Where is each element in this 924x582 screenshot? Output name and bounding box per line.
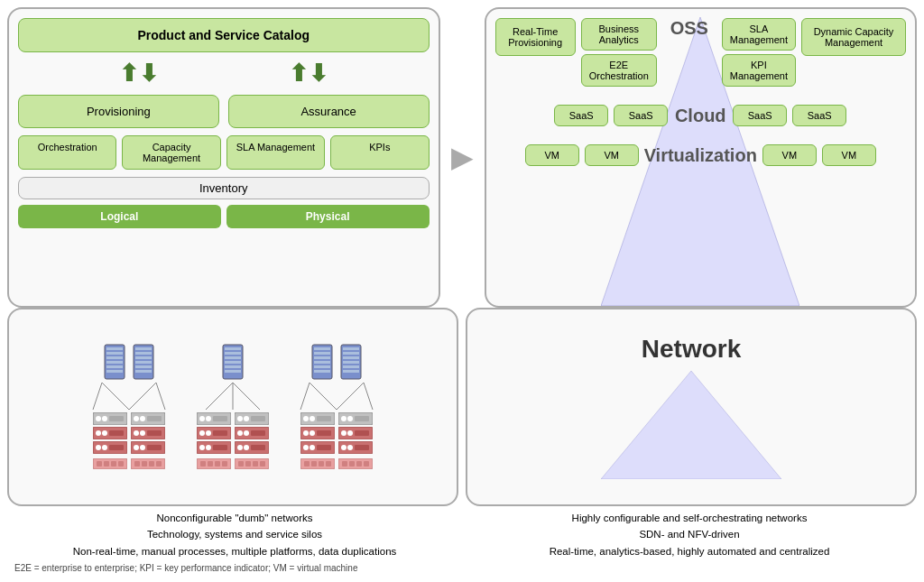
virt-row: VM VM Virtualization VM VM xyxy=(495,144,907,166)
provisioning-box: Provisioning xyxy=(18,95,219,128)
bottom-right-panel: Network xyxy=(466,308,917,506)
svg-rect-38 xyxy=(147,430,162,436)
svg-line-114 xyxy=(364,383,373,410)
conn-lines-3 xyxy=(282,383,391,410)
saas2-chip: SaaS xyxy=(614,105,668,126)
svg-rect-95 xyxy=(253,461,258,467)
svg-rect-74 xyxy=(213,445,227,450)
arrow-right-icon: ⬆⬇ xyxy=(289,60,328,88)
svg-rect-6 xyxy=(106,365,123,368)
bottom-text-section: Nonconfigurable "dumb" networks Technolo… xyxy=(7,510,917,559)
physical-box: Physical xyxy=(226,205,430,228)
svg-point-124 xyxy=(303,445,309,450)
pyramid-bottom-svg xyxy=(601,371,781,479)
saas4-chip: SaaS xyxy=(792,105,846,126)
svg-line-18 xyxy=(156,383,165,410)
section-divider-arrow: ▶ xyxy=(448,7,477,308)
svg-point-36 xyxy=(134,430,139,436)
red-s2 xyxy=(197,427,231,439)
pink-u2a xyxy=(197,458,231,469)
red-server-row xyxy=(93,427,127,439)
svg-point-72 xyxy=(199,445,205,450)
svg-point-125 xyxy=(310,445,315,450)
svg-point-21 xyxy=(102,416,107,421)
svg-rect-78 xyxy=(251,416,265,421)
svg-line-60 xyxy=(206,383,233,410)
svg-point-40 xyxy=(134,445,139,450)
svg-point-132 xyxy=(341,430,346,436)
blue-server-5 xyxy=(310,344,334,380)
vm3-chip: VM xyxy=(762,144,817,166)
bottom-right-text-2: SDN- and NFV-driven xyxy=(466,526,913,542)
svg-point-137 xyxy=(347,445,353,450)
svg-rect-103 xyxy=(314,370,330,373)
real-time-provisioning-chip: Real-Time Provisioning xyxy=(495,18,576,56)
svg-point-20 xyxy=(96,416,101,421)
svg-point-24 xyxy=(96,430,101,436)
vm2-chip: VM xyxy=(585,144,639,166)
svg-point-136 xyxy=(341,445,346,450)
svg-rect-45 xyxy=(104,461,109,467)
cloud-row: SaaS SaaS Cloud SaaS SaaS xyxy=(495,105,907,126)
kpi-management-chip: KPI Management xyxy=(722,54,796,87)
svg-point-120 xyxy=(303,430,309,436)
svg-rect-90 xyxy=(215,461,220,467)
red-server-row2 xyxy=(93,441,127,454)
svg-point-41 xyxy=(140,445,145,450)
svg-rect-122 xyxy=(317,430,331,436)
svg-rect-107 xyxy=(343,356,359,359)
product-catalog-label: Product and Service Catalog xyxy=(137,28,310,42)
assurance-label: Assurance xyxy=(300,105,356,118)
red-s2c xyxy=(235,427,269,439)
inventory-section: Inventory Logical Physical xyxy=(18,177,430,228)
svg-rect-9 xyxy=(135,347,152,350)
svg-rect-130 xyxy=(355,416,369,421)
svg-rect-126 xyxy=(317,445,331,450)
svg-rect-89 xyxy=(208,461,213,467)
conn-lines-1 xyxy=(75,383,183,410)
svg-rect-142 xyxy=(319,461,324,467)
svg-rect-93 xyxy=(238,461,244,467)
svg-point-133 xyxy=(347,430,353,436)
pink-unit-2 xyxy=(131,458,165,469)
red-s2d xyxy=(235,441,269,454)
capacity-mgmt-box: Capacity Management xyxy=(122,135,220,170)
svg-rect-143 xyxy=(326,461,331,467)
svg-point-116 xyxy=(303,416,309,421)
bottom-left-text-3: Non-real-time, manual processes, multipl… xyxy=(11,543,458,559)
vm1-chip: VM xyxy=(525,144,579,166)
pink-u2b xyxy=(235,458,269,469)
svg-point-77 xyxy=(244,416,249,421)
bottom-left-text-1: Nonconfigurable "dumb" networks xyxy=(11,510,458,526)
svg-rect-57 xyxy=(225,361,241,364)
right-top-panel: Real-Time Provisioning Business Analytic… xyxy=(485,7,918,308)
orchestration-label: Orchestration xyxy=(38,142,97,152)
svg-rect-96 xyxy=(260,461,265,467)
virt-label: Virtualization xyxy=(644,145,757,166)
svg-line-112 xyxy=(310,383,337,410)
main-container: Product and Service Catalog ⬆⬇ ⬆⬇ Provis… xyxy=(0,0,924,582)
svg-point-121 xyxy=(310,430,315,436)
arrows-row: ⬆⬇ ⬆⬇ xyxy=(18,60,430,88)
kpis-box: KPIs xyxy=(330,135,429,170)
svg-rect-70 xyxy=(213,430,227,436)
svg-rect-147 xyxy=(356,461,362,467)
small-boxes-row: Orchestration Capacity Management SLA Ma… xyxy=(18,135,430,170)
gray-s3c xyxy=(338,412,373,425)
svg-rect-98 xyxy=(314,347,330,350)
provisioning-label: Provisioning xyxy=(87,105,151,118)
svg-line-15 xyxy=(93,383,102,410)
cloud-label: Cloud xyxy=(673,106,727,126)
svg-marker-149 xyxy=(601,371,781,479)
svg-rect-134 xyxy=(355,430,369,436)
red-server-row-b xyxy=(131,427,165,439)
svg-rect-34 xyxy=(147,416,162,421)
red-s2b xyxy=(197,441,231,454)
svg-point-33 xyxy=(140,416,145,421)
svg-rect-5 xyxy=(106,361,123,364)
svg-line-113 xyxy=(337,383,364,410)
svg-point-129 xyxy=(347,416,353,421)
svg-rect-102 xyxy=(314,365,330,368)
business-analytics-chip: Business Analytics xyxy=(581,18,657,51)
pink-u3a xyxy=(300,458,335,469)
